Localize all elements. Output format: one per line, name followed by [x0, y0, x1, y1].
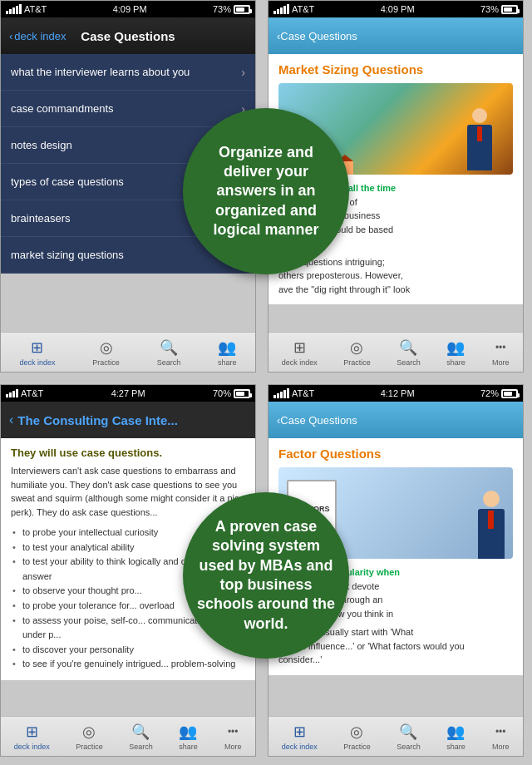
businessman-q4 [478, 491, 505, 559]
nav-bar-q1: ‹ deck index Case Questions [1, 17, 255, 54]
overlay-circle-bottom: A proven case solving system used by MBA… [183, 492, 349, 659]
tab-more-q2[interactable]: ••• More [491, 338, 510, 367]
section-title-q4: Factor Questions [278, 447, 513, 461]
battery-q4: 72% [480, 388, 499, 398]
deck-icon-q3: ⊞ [22, 723, 41, 741]
sidebar-item-2[interactable]: case commandments › [1, 91, 255, 127]
q3-body-title: They will use case questions. [11, 447, 245, 459]
carrier-q2: AT&T [292, 4, 314, 14]
content-text-q2-2: these questions intriguing; others prepo… [278, 255, 513, 297]
carrier-q3: AT&T [21, 388, 43, 398]
search-icon-q1: 🔍 [160, 338, 178, 357]
tab-search-q3[interactable]: 🔍 Search [129, 723, 153, 751]
time-q4: 4:12 PM [381, 388, 415, 398]
battery-icon-q2 [501, 5, 518, 14]
back-button-q4[interactable]: ‹ Case Questions [277, 414, 357, 427]
more-icon-q2: ••• [491, 338, 510, 357]
nav-title-q3: The Consulting Case Inte... [17, 413, 178, 427]
practice-icon-q2: ◎ [347, 338, 366, 357]
signal-q3 [6, 389, 18, 397]
overlay-text-bottom: A proven case solving system used by MBA… [183, 505, 349, 646]
tab-deck-index-q1[interactable]: ⊞ deck index [19, 338, 55, 367]
tab-bar-q4: ⊞ deck index ◎ Practice 🔍 Search 👥 share… [268, 716, 523, 756]
battery-icon [234, 5, 250, 14]
practice-icon-q3: ◎ [80, 723, 98, 741]
tab-practice-q2[interactable]: ◎ Practice [343, 338, 371, 367]
tab-share-q2[interactable]: 👥 share [446, 338, 466, 367]
battery-percent: 73% [213, 4, 231, 14]
tab-more-q4[interactable]: ••• More [491, 723, 510, 751]
nav-bar-q4: ‹ Case Questions [268, 402, 523, 438]
tab-deck-q3[interactable]: ⊞ deck index [14, 723, 50, 751]
share-icon-q1: 👥 [218, 338, 236, 357]
practice-icon-q4: ◎ [347, 723, 366, 741]
tab-practice-q1[interactable]: ◎ Practice [92, 338, 120, 367]
battery-icon-q4 [501, 389, 518, 398]
share-icon-q2: 👥 [446, 338, 465, 357]
time-q2: 4:09 PM [381, 4, 415, 14]
tab-practice-q3[interactable]: ◎ Practice [76, 723, 103, 751]
tab-share-q4[interactable]: 👥 share [446, 723, 466, 751]
status-bar-q4: AT&T 4:12 PM 72% [268, 385, 523, 402]
chevron-left-q3: ‹ [9, 412, 13, 427]
more-icon-q3: ••• [224, 723, 242, 741]
chevron-left-icon: ‹ [9, 30, 12, 42]
tab-search-q1[interactable]: 🔍 Search [157, 338, 181, 367]
overlay-circle-top: Organize and deliver your answers in an … [183, 108, 349, 274]
deck-icon-q4: ⊞ [290, 723, 308, 741]
battery-icon-q3 [234, 389, 250, 398]
bullet-8: to see if you're genuinely intrigued... … [11, 657, 245, 672]
section-title-q2: Market Sizing Questions [278, 62, 513, 76]
tab-share-q1[interactable]: 👥 share [218, 338, 237, 367]
time-q3: 4:27 PM [111, 388, 145, 398]
back-button-q1[interactable]: ‹ deck index [9, 30, 66, 42]
search-icon-q4: 🔍 [399, 723, 417, 741]
share-icon-q4: 👥 [446, 723, 465, 741]
nav-bar-q2: ‹ Case Questions [268, 17, 523, 54]
share-icon-q3: 👥 [179, 723, 197, 741]
battery-q3: 70% [213, 388, 231, 398]
nav-bar-q3: ‹ The Consulting Case Inte... [1, 402, 255, 438]
deck-index-icon: ⊞ [28, 338, 47, 357]
tab-practice-q4[interactable]: ◎ Practice [343, 723, 371, 751]
search-icon-q2: 🔍 [399, 338, 417, 357]
back-button-q2[interactable]: ‹ Case Questions [277, 30, 357, 42]
tab-deck-index-q2[interactable]: ⊞ deck index [282, 338, 318, 367]
tab-bar-q1: ⊞ deck index ◎ Practice 🔍 Search 👥 share [1, 332, 255, 372]
status-bar-q1: AT&T 4:09 PM 73% [1, 1, 255, 17]
carrier-label: AT&T [24, 4, 47, 14]
businessman-image [459, 108, 500, 175]
nav-title-q1: Case Questions [81, 29, 175, 43]
tab-bar-q2: ⊞ deck index ◎ Practice 🔍 Search 👥 share… [268, 332, 523, 372]
signal-icon [6, 4, 22, 14]
search-icon-q3: 🔍 [131, 723, 150, 741]
tab-search-q4[interactable]: 🔍 Search [397, 723, 421, 751]
signal-icon-q2 [273, 4, 289, 14]
back-label-q1: deck index [14, 30, 66, 42]
status-bar-q3: AT&T 4:27 PM 70% [1, 385, 255, 402]
battery-q2: 73% [480, 4, 499, 14]
tab-deck-q4[interactable]: ⊞ deck index [282, 723, 318, 751]
more-icon-q4: ••• [491, 723, 510, 741]
chevron-right-icon-1: › [241, 66, 245, 79]
signal-q4 [273, 388, 289, 398]
overlay-text-top: Organize and deliver your answers in an … [183, 131, 349, 253]
practice-icon: ◎ [97, 338, 116, 357]
tab-search-q2[interactable]: 🔍 Search [397, 338, 421, 367]
sidebar-item-1[interactable]: what the interviewer learns about you › [1, 54, 255, 91]
deck-icon-q2: ⊞ [290, 338, 308, 357]
time-label: 4:09 PM [113, 4, 147, 14]
status-bar-q2: AT&T 4:09 PM 73% [268, 1, 523, 17]
carrier-q4: AT&T [292, 388, 314, 398]
tab-bar-q3: ⊞ deck index ◎ Practice 🔍 Search 👥 share… [1, 716, 255, 756]
tab-more-q3[interactable]: ••• More [224, 723, 242, 751]
tab-share-q3[interactable]: 👥 share [179, 723, 198, 751]
